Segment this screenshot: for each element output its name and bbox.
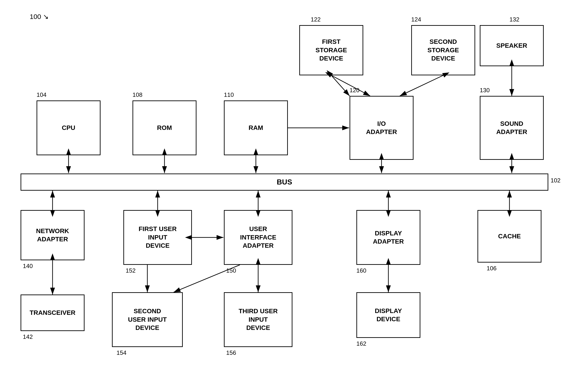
first-storage-ref: 122 (311, 16, 321, 23)
transceiver-box: TRANSCEIVER (21, 295, 85, 331)
display-adapter-box: DISPLAY ADAPTER (356, 210, 420, 265)
third-user-input-box: THIRD USER INPUT DEVICE (224, 292, 292, 347)
network-adapter-box: NETWORK ADAPTER (21, 210, 85, 260)
cpu-box: CPU (37, 100, 100, 155)
network-adapter-ref: 140 (23, 262, 33, 270)
user-interface-adapter-ref: 150 (226, 267, 236, 274)
ram-ref: 110 (224, 91, 234, 98)
io-adapter-box: I/O ADAPTER (349, 96, 414, 160)
user-interface-adapter-box: USER INTERFACE ADAPTER (224, 210, 292, 265)
sound-adapter-box: SOUND ADAPTER (480, 96, 544, 160)
first-storage-box: FIRST STORAGE DEVICE (299, 25, 363, 75)
bus-ref: 102 (551, 177, 560, 184)
diagram: 100 ↘ BUS 102 CPU 104 ROM 108 RAM 110 I/… (0, 0, 578, 392)
bus-bar: BUS (21, 174, 548, 191)
first-user-input-ref: 152 (126, 267, 136, 274)
sound-adapter-ref: 130 (480, 87, 490, 94)
ram-box: RAM (224, 100, 288, 155)
transceiver-ref: 142 (23, 333, 33, 340)
bus-label: BUS (277, 178, 292, 186)
display-adapter-ref: 160 (356, 267, 366, 274)
rom-ref: 108 (133, 91, 142, 98)
display-device-ref: 162 (356, 340, 366, 347)
rom-box: ROM (133, 100, 196, 155)
svg-line-12 (400, 75, 443, 96)
third-user-input-ref: 156 (226, 349, 236, 356)
diagram-title: 100 ↘ (30, 13, 49, 21)
second-user-input-box: SECOND USER INPUT DEVICE (112, 292, 183, 347)
io-adapter-ref: 120 (349, 87, 359, 94)
second-storage-box: SECOND STORAGE DEVICE (411, 25, 475, 75)
display-device-box: DISPLAY DEVICE (356, 292, 420, 338)
speaker-ref: 132 (509, 16, 519, 23)
cache-box: CACHE (478, 210, 541, 262)
speaker-box: SPEAKER (480, 25, 544, 66)
cache-ref: 106 (487, 265, 496, 272)
first-user-input-box: FIRST USER INPUT DEVICE (123, 210, 192, 265)
second-storage-ref: 124 (411, 16, 421, 23)
cpu-ref: 104 (37, 91, 46, 98)
second-user-input-ref: 154 (116, 349, 126, 356)
svg-line-10 (331, 75, 349, 96)
